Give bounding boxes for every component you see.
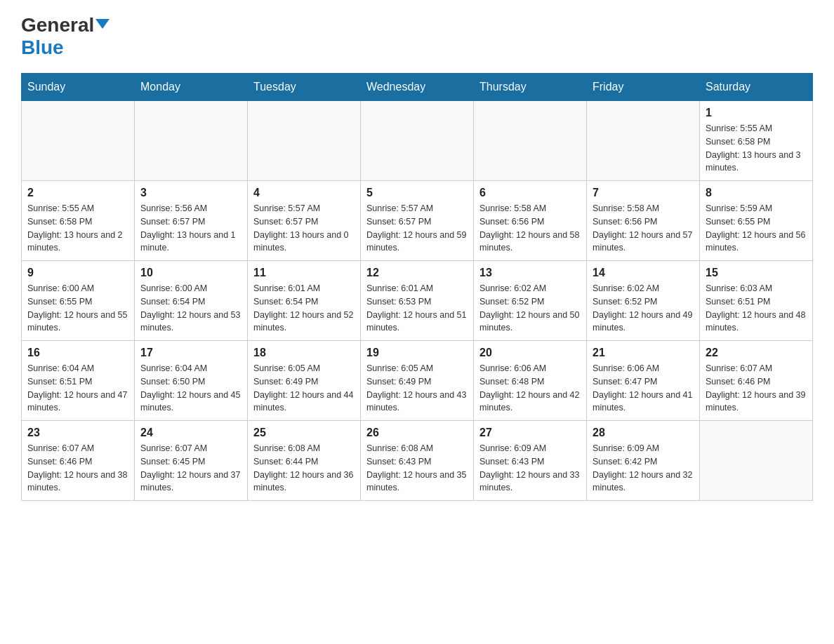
day-number: 20: [479, 347, 581, 359]
calendar-cell: [22, 101, 135, 181]
calendar-cell: 13Sunrise: 6:02 AMSunset: 6:52 PMDayligh…: [474, 261, 587, 341]
calendar-cell: 27Sunrise: 6:09 AMSunset: 6:43 PMDayligh…: [474, 421, 587, 501]
calendar-cell: [587, 101, 700, 181]
calendar-header-row: SundayMondayTuesdayWednesdayThursdayFrid…: [22, 74, 813, 101]
day-info: Sunrise: 6:00 AMSunset: 6:55 PMDaylight:…: [27, 282, 128, 335]
calendar-week-3: 9Sunrise: 6:00 AMSunset: 6:55 PMDaylight…: [22, 261, 813, 341]
calendar-cell: [248, 101, 361, 181]
day-number: 1: [706, 107, 807, 119]
day-number: 7: [593, 187, 694, 199]
calendar-cell: 14Sunrise: 6:02 AMSunset: 6:52 PMDayligh…: [587, 261, 700, 341]
calendar-cell: 28Sunrise: 6:09 AMSunset: 6:42 PMDayligh…: [587, 421, 700, 501]
day-info: Sunrise: 6:02 AMSunset: 6:52 PMDaylight:…: [479, 282, 581, 335]
day-number: 15: [706, 267, 807, 279]
calendar-cell: 6Sunrise: 5:58 AMSunset: 6:56 PMDaylight…: [474, 181, 587, 261]
calendar-cell: 19Sunrise: 6:05 AMSunset: 6:49 PMDayligh…: [361, 341, 474, 421]
day-number: 23: [27, 427, 128, 439]
day-number: 10: [140, 267, 241, 279]
day-info: Sunrise: 6:06 AMSunset: 6:48 PMDaylight:…: [479, 362, 581, 415]
day-number: 11: [253, 267, 355, 279]
day-number: 24: [140, 427, 241, 439]
calendar-cell: 15Sunrise: 6:03 AMSunset: 6:51 PMDayligh…: [700, 261, 813, 341]
calendar-header: SundayMondayTuesdayWednesdayThursdayFrid…: [22, 74, 813, 101]
calendar-cell: [135, 101, 248, 181]
logo-text: General Blue: [21, 14, 110, 59]
day-info: Sunrise: 5:55 AMSunset: 6:58 PMDaylight:…: [706, 122, 807, 175]
day-number: 6: [479, 187, 581, 199]
calendar-body: 1Sunrise: 5:55 AMSunset: 6:58 PMDaylight…: [22, 101, 813, 501]
day-header-saturday: Saturday: [700, 74, 813, 101]
day-number: 9: [27, 267, 128, 279]
day-number: 18: [253, 347, 355, 359]
day-info: Sunrise: 5:57 AMSunset: 6:57 PMDaylight:…: [366, 202, 468, 255]
calendar-cell: 23Sunrise: 6:07 AMSunset: 6:46 PMDayligh…: [22, 421, 135, 501]
logo-general: General: [21, 14, 94, 36]
logo: General Blue: [21, 14, 110, 59]
day-number: 8: [706, 187, 807, 199]
calendar-cell: 10Sunrise: 6:00 AMSunset: 6:54 PMDayligh…: [135, 261, 248, 341]
calendar-week-4: 16Sunrise: 6:04 AMSunset: 6:51 PMDayligh…: [22, 341, 813, 421]
calendar-cell: 3Sunrise: 5:56 AMSunset: 6:57 PMDaylight…: [135, 181, 248, 261]
calendar-cell: 1Sunrise: 5:55 AMSunset: 6:58 PMDaylight…: [700, 101, 813, 181]
day-info: Sunrise: 6:02 AMSunset: 6:52 PMDaylight:…: [593, 282, 694, 335]
day-number: 12: [366, 267, 468, 279]
day-info: Sunrise: 6:05 AMSunset: 6:49 PMDaylight:…: [366, 362, 468, 415]
calendar-cell: 26Sunrise: 6:08 AMSunset: 6:43 PMDayligh…: [361, 421, 474, 501]
day-number: 28: [593, 427, 694, 439]
day-number: 14: [593, 267, 694, 279]
day-info: Sunrise: 6:08 AMSunset: 6:43 PMDaylight:…: [366, 442, 468, 495]
calendar-week-5: 23Sunrise: 6:07 AMSunset: 6:46 PMDayligh…: [22, 421, 813, 501]
calendar-week-1: 1Sunrise: 5:55 AMSunset: 6:58 PMDaylight…: [22, 101, 813, 181]
day-number: 19: [366, 347, 468, 359]
day-number: 17: [140, 347, 241, 359]
day-info: Sunrise: 6:01 AMSunset: 6:53 PMDaylight:…: [366, 282, 468, 335]
day-info: Sunrise: 6:09 AMSunset: 6:43 PMDaylight:…: [479, 442, 581, 495]
day-header-friday: Friday: [587, 74, 700, 101]
day-info: Sunrise: 6:00 AMSunset: 6:54 PMDaylight:…: [140, 282, 241, 335]
day-number: 25: [253, 427, 355, 439]
calendar-cell: 21Sunrise: 6:06 AMSunset: 6:47 PMDayligh…: [587, 341, 700, 421]
day-info: Sunrise: 5:58 AMSunset: 6:56 PMDaylight:…: [479, 202, 581, 255]
day-info: Sunrise: 6:07 AMSunset: 6:45 PMDaylight:…: [140, 442, 241, 495]
day-number: 21: [593, 347, 694, 359]
logo-blue: Blue: [21, 36, 64, 58]
calendar-cell: 18Sunrise: 6:05 AMSunset: 6:49 PMDayligh…: [248, 341, 361, 421]
calendar-cell: 2Sunrise: 5:55 AMSunset: 6:58 PMDaylight…: [22, 181, 135, 261]
calendar-cell: 4Sunrise: 5:57 AMSunset: 6:57 PMDaylight…: [248, 181, 361, 261]
day-info: Sunrise: 5:55 AMSunset: 6:58 PMDaylight:…: [27, 202, 128, 255]
calendar-cell: 9Sunrise: 6:00 AMSunset: 6:55 PMDaylight…: [22, 261, 135, 341]
day-header-thursday: Thursday: [474, 74, 587, 101]
calendar-cell: 24Sunrise: 6:07 AMSunset: 6:45 PMDayligh…: [135, 421, 248, 501]
day-info: Sunrise: 6:08 AMSunset: 6:44 PMDaylight:…: [253, 442, 355, 495]
day-info: Sunrise: 6:04 AMSunset: 6:50 PMDaylight:…: [140, 362, 241, 415]
day-number: 5: [366, 187, 468, 199]
day-number: 13: [479, 267, 581, 279]
calendar-cell: 25Sunrise: 6:08 AMSunset: 6:44 PMDayligh…: [248, 421, 361, 501]
day-info: Sunrise: 6:04 AMSunset: 6:51 PMDaylight:…: [27, 362, 128, 415]
day-info: Sunrise: 6:09 AMSunset: 6:42 PMDaylight:…: [593, 442, 694, 495]
calendar-cell: [474, 101, 587, 181]
day-info: Sunrise: 6:05 AMSunset: 6:49 PMDaylight:…: [253, 362, 355, 415]
day-info: Sunrise: 6:06 AMSunset: 6:47 PMDaylight:…: [593, 362, 694, 415]
calendar-cell: [361, 101, 474, 181]
calendar-cell: 8Sunrise: 5:59 AMSunset: 6:55 PMDaylight…: [700, 181, 813, 261]
calendar-cell: 16Sunrise: 6:04 AMSunset: 6:51 PMDayligh…: [22, 341, 135, 421]
calendar-cell: 20Sunrise: 6:06 AMSunset: 6:48 PMDayligh…: [474, 341, 587, 421]
day-number: 3: [140, 187, 241, 199]
day-info: Sunrise: 5:58 AMSunset: 6:56 PMDaylight:…: [593, 202, 694, 255]
day-info: Sunrise: 6:03 AMSunset: 6:51 PMDaylight:…: [706, 282, 807, 335]
calendar-cell: 12Sunrise: 6:01 AMSunset: 6:53 PMDayligh…: [361, 261, 474, 341]
day-info: Sunrise: 5:59 AMSunset: 6:55 PMDaylight:…: [706, 202, 807, 255]
day-number: 16: [27, 347, 128, 359]
calendar-cell: 22Sunrise: 6:07 AMSunset: 6:46 PMDayligh…: [700, 341, 813, 421]
day-info: Sunrise: 5:56 AMSunset: 6:57 PMDaylight:…: [140, 202, 241, 255]
day-header-sunday: Sunday: [22, 74, 135, 101]
day-info: Sunrise: 6:07 AMSunset: 6:46 PMDaylight:…: [706, 362, 807, 415]
calendar-table: SundayMondayTuesdayWednesdayThursdayFrid…: [21, 73, 813, 501]
day-number: 4: [253, 187, 355, 199]
page-header: General Blue: [21, 14, 813, 59]
calendar-cell: 7Sunrise: 5:58 AMSunset: 6:56 PMDaylight…: [587, 181, 700, 261]
day-header-monday: Monday: [135, 74, 248, 101]
day-info: Sunrise: 5:57 AMSunset: 6:57 PMDaylight:…: [253, 202, 355, 255]
calendar-cell: [700, 421, 813, 501]
